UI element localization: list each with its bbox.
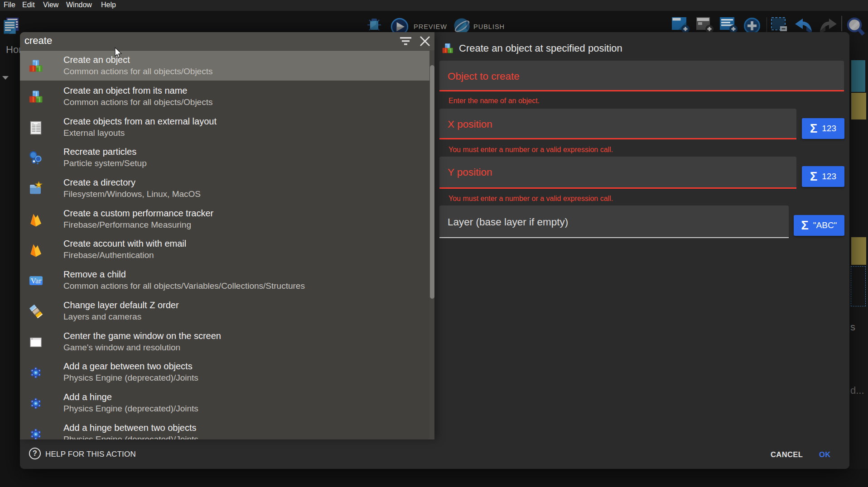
svg-text:Var: Var [31, 277, 42, 285]
